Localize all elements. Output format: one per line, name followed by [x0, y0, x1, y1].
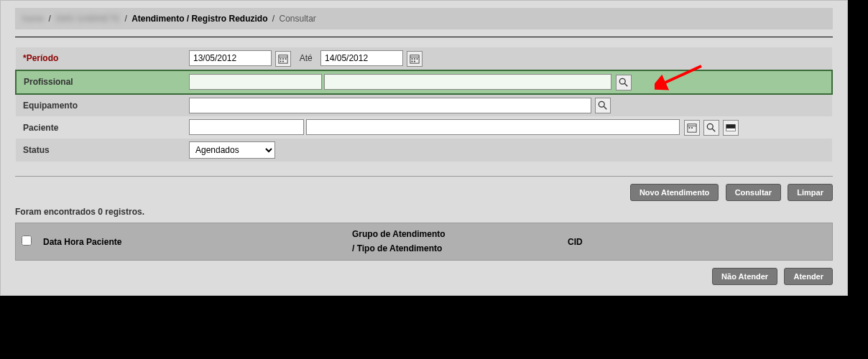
nao-atender-button[interactable]: Não Atender — [712, 268, 777, 285]
action-row-bottom: Não Atender Atender — [15, 268, 833, 285]
header-tipo-atendimento: / Tipo de Atendimento — [352, 242, 568, 256]
search-icon-paciente[interactable] — [703, 120, 719, 136]
header-grupo-atendimento: Grupo de Atendimento — [352, 228, 568, 241]
profissional-code-input[interactable] — [189, 74, 322, 90]
svg-point-24 — [707, 124, 713, 130]
periodo-to-input[interactable] — [320, 50, 403, 66]
svg-rect-15 — [415, 60, 416, 62]
search-icon-equipamento[interactable] — [595, 98, 611, 113]
svg-rect-13 — [417, 58, 418, 60]
svg-rect-12 — [415, 58, 416, 60]
svg-rect-23 — [691, 127, 693, 129]
profissional-name-input[interactable] — [324, 74, 611, 90]
ate-label: Até — [300, 53, 313, 63]
status-label: Status — [16, 139, 185, 162]
select-all-checkbox[interactable] — [22, 236, 32, 246]
periodo-from-input[interactable] — [189, 50, 272, 66]
atender-button[interactable]: Atender — [784, 268, 833, 285]
results-count-label: Foram encontrados 0 registros. — [15, 207, 833, 217]
search-icon-profissional[interactable] — [616, 75, 632, 90]
svg-rect-4 — [280, 58, 282, 60]
results-table-header: Data Hora Paciente Grupo de Atendimento … — [15, 223, 833, 260]
svg-rect-5 — [282, 58, 284, 60]
paciente-name-input[interactable] — [306, 119, 680, 135]
svg-rect-14 — [412, 60, 413, 62]
breadcrumb-item-1[interactable]: home — [22, 14, 44, 24]
calendar-icon-from[interactable] — [275, 51, 291, 67]
svg-rect-6 — [285, 58, 287, 60]
action-row-top: Novo Atendimento Consultar Limpar — [15, 184, 833, 201]
header-cid: CID — [568, 237, 711, 247]
breadcrumb: home / SMS GABINETE / Atendimento / Regi… — [15, 8, 833, 29]
calendar-icon-to[interactable] — [407, 51, 423, 67]
breadcrumb-item-4: Consultar — [280, 14, 316, 24]
consultar-button[interactable]: Consultar — [726, 184, 781, 201]
card-icon-paciente[interactable] — [723, 120, 739, 136]
divider-top — [15, 37, 833, 37]
equipamento-label: Equipamento — [16, 94, 185, 117]
svg-line-25 — [712, 129, 715, 132]
svg-line-17 — [624, 83, 627, 86]
paciente-label: Paciente — [16, 116, 185, 139]
equipamento-input[interactable] — [189, 98, 591, 113]
paciente-code-input[interactable] — [189, 119, 304, 135]
svg-rect-11 — [412, 58, 413, 60]
filter-form: *Período Até Profissional — [15, 47, 833, 162]
profissional-label: Profissional — [16, 70, 185, 94]
limpar-button[interactable]: Limpar — [788, 184, 833, 201]
breadcrumb-item-2[interactable]: SMS GABINETE — [55, 14, 120, 24]
svg-rect-8 — [282, 60, 284, 62]
svg-rect-22 — [688, 127, 690, 129]
svg-point-16 — [619, 78, 625, 84]
calendar-icon-paciente[interactable] — [684, 120, 700, 136]
svg-point-18 — [599, 102, 605, 108]
header-data-hora-paciente: Data Hora Paciente — [43, 237, 352, 247]
svg-rect-7 — [280, 60, 282, 62]
breadcrumb-item-3[interactable]: Atendimento / Registro Reduzido — [131, 14, 267, 24]
divider-mid — [15, 176, 833, 177]
periodo-label: *Período — [23, 53, 58, 63]
novo-atendimento-button[interactable]: Novo Atendimento — [630, 184, 719, 201]
svg-line-19 — [604, 107, 607, 110]
svg-rect-27 — [726, 129, 735, 131]
status-select[interactable]: Agendados — [189, 141, 275, 159]
